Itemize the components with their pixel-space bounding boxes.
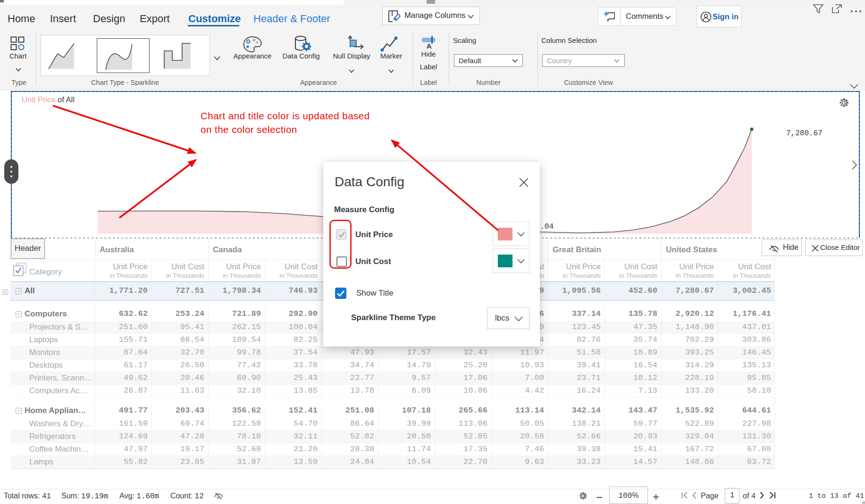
svg-text:A: A — [426, 42, 431, 50]
